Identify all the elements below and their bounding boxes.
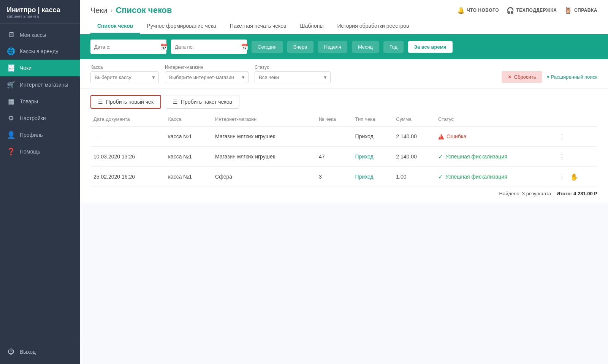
sidebar-item-goods[interactable]: ▦ Товары xyxy=(0,93,80,110)
period-all-button[interactable]: За все время xyxy=(408,41,453,53)
advanced-label: Расширенный поиск xyxy=(551,74,597,80)
profile-icon: 👤 xyxy=(7,131,15,139)
cell-date: 25.02.2020 16:26 xyxy=(90,167,165,187)
shop-filter-label: Интернет-магазин xyxy=(165,65,249,70)
date-to-input[interactable] xyxy=(175,44,239,50)
row-menu-button[interactable]: ⋮ xyxy=(556,152,568,162)
sidebar-item-shops[interactable]: 🛒 Интернет-магазины xyxy=(0,76,80,93)
row-menu-button[interactable]: ⋮ xyxy=(556,132,568,142)
status-select[interactable]: Все чеки xyxy=(255,71,331,83)
cell-kassa: касса №1 xyxy=(165,126,212,147)
cell-shop: Сфера xyxy=(212,167,316,187)
cell-number: — xyxy=(316,126,352,147)
sidebar-item-label: Чеки xyxy=(20,65,32,71)
new-check-button[interactable]: ☰ Пробить новый чек xyxy=(90,95,161,109)
period-yesterday-button[interactable]: Вчера xyxy=(287,41,314,53)
breadcrumb: Чеки › Список чеков xyxy=(90,5,172,15)
news-link[interactable]: 🔔 ЧТО НОВОГО xyxy=(457,7,499,14)
table-row: — касса №1 Магазин мягких игрушек — Прих… xyxy=(90,126,597,147)
cell-sum: 2 140.00 xyxy=(393,147,435,167)
cell-actions: ⋮ xyxy=(553,127,597,146)
date-from-wrap: 📅 xyxy=(90,40,166,54)
reset-x-icon: ✕ xyxy=(508,74,512,80)
checkmark-icon: ✓ xyxy=(438,173,443,180)
sidebar-item-label: Профиль xyxy=(20,132,43,138)
sidebar-item-label: Настройки xyxy=(20,115,46,121)
cell-actions: ⋮ ✋ xyxy=(553,167,597,187)
news-label: ЧТО НОВОГО xyxy=(467,8,499,13)
help-link[interactable]: 🦉 СПРАВКА xyxy=(564,7,597,14)
cell-kassa: касса №1 xyxy=(165,167,212,187)
breadcrumb-parent: Чеки xyxy=(90,6,107,15)
tab-manual[interactable]: Ручное формирование чека xyxy=(140,19,223,34)
col-date: Дата документа xyxy=(90,112,165,126)
sidebar-item-label: Интернет-магазины xyxy=(20,82,68,88)
row-menu-button[interactable]: ⋮ xyxy=(556,172,568,182)
kassa-select[interactable]: Выберите кассу xyxy=(90,71,159,83)
settings-icon: ⚙ xyxy=(7,114,15,122)
sidebar-item-label: Товары xyxy=(20,98,38,104)
cell-status: ✓ Успешная фискализация xyxy=(435,167,553,187)
packet-check-label: Пробить пакет чеков xyxy=(181,99,232,105)
sidebar-item-profile[interactable]: 👤 Профиль xyxy=(0,127,80,143)
sidebar-item-kassas[interactable]: 🖥 Мои кассы xyxy=(0,27,80,43)
total-text: Итого: 4 281.00 Р xyxy=(557,191,598,196)
date-from-input[interactable] xyxy=(94,44,158,50)
topbar-header: Чеки › Список чеков 🔔 ЧТО НОВОГО 🎧 ТЕХПО… xyxy=(90,5,597,15)
kassa-filter-group: Касса Выберите кассу ▼ xyxy=(90,65,159,83)
kassa-select-wrap: Выберите кассу ▼ xyxy=(90,71,159,83)
advanced-search-button[interactable]: ▾ Расширенный поиск xyxy=(547,74,597,80)
cell-sum: 1.00 xyxy=(393,167,435,187)
tab-history[interactable]: История обработки реестров xyxy=(330,19,416,34)
breadcrumb-arrow: › xyxy=(110,6,112,14)
table-footer: Найдено: 3 результата Итого: 4 281.00 Р xyxy=(80,187,608,203)
table-row: 10.03.2020 13:26 касса №1 Магазин мягких… xyxy=(90,147,597,167)
checks-table: Дата документа Касса Интернет-магазин № … xyxy=(90,112,597,187)
cell-date: 10.03.2020 13:26 xyxy=(90,147,165,167)
calendar-from-icon[interactable]: 📅 xyxy=(160,43,168,51)
cell-type[interactable]: Приход xyxy=(352,147,393,167)
cell-status: ✓ Успешная фискализация xyxy=(435,147,553,167)
table-row: 25.02.2020 16:26 касса №1 Сфера 3 Приход… xyxy=(90,167,597,187)
sidebar-item-checks[interactable]: 🧾 Чеки xyxy=(0,60,80,76)
sidebar-item-settings[interactable]: ⚙ Настройки xyxy=(0,110,80,127)
sidebar-item-rent[interactable]: 🌐 Кассы в аренду xyxy=(0,43,80,60)
cell-sum: 2 140.00 xyxy=(393,126,435,147)
period-week-button[interactable]: Неделя xyxy=(318,41,347,53)
tab-batch[interactable]: Пакетная печать чеков xyxy=(223,19,293,34)
packet-check-button[interactable]: ☰ Пробить пакет чеков xyxy=(166,95,239,109)
col-sum: Сумма xyxy=(393,112,435,126)
filter-row2: Касса Выберите кассу ▼ Интернет-магазин … xyxy=(80,59,608,89)
tab-templates[interactable]: Шаблоны xyxy=(293,19,331,34)
filter-bar: 📅 📅 Сегодня Вчера Неделя Месяц Год За вс… xyxy=(80,34,608,59)
new-check-label: Пробить новый чек xyxy=(106,99,154,105)
goods-icon: ▦ xyxy=(7,97,15,106)
type-text: Приход xyxy=(355,133,374,139)
period-today-button[interactable]: Сегодня xyxy=(252,41,283,53)
tab-list[interactable]: Список чеков xyxy=(90,19,140,34)
logout-button[interactable]: ⏻ Выход xyxy=(7,345,73,359)
support-link[interactable]: 🎧 ТЕХПОДДЕРЖКА xyxy=(507,7,557,14)
support-icon: 🎧 xyxy=(507,7,515,14)
topbar-actions: 🔔 ЧТО НОВОГО 🎧 ТЕХПОДДЕРЖКА 🦉 СПРАВКА xyxy=(457,7,597,14)
cell-status: ! Ошибка xyxy=(435,126,553,147)
col-number: № чека xyxy=(316,112,352,126)
col-type: Тип чека xyxy=(352,112,393,126)
main-content: Чеки › Список чеков 🔔 ЧТО НОВОГО 🎧 ТЕХПО… xyxy=(80,0,608,364)
sidebar-item-label: Помощь xyxy=(20,149,40,155)
table-header-row: Дата документа Касса Интернет-магазин № … xyxy=(90,112,597,126)
type-link[interactable]: Приход xyxy=(355,174,374,180)
period-month-button[interactable]: Месяц xyxy=(352,41,379,53)
cell-date: — xyxy=(90,126,165,147)
period-year-button[interactable]: Год xyxy=(383,41,404,53)
content-area: 📅 📅 Сегодня Вчера Неделя Месяц Год За вс… xyxy=(80,34,608,364)
cell-type[interactable]: Приход xyxy=(352,167,393,187)
reset-button[interactable]: ✕ Сбросить xyxy=(502,71,542,83)
sidebar-item-help[interactable]: ❓ Помощь xyxy=(0,143,80,160)
calendar-to-icon[interactable]: 📅 xyxy=(241,43,249,51)
shop-select[interactable]: Выберите интернет-магазин xyxy=(165,71,249,83)
news-icon: 🔔 xyxy=(457,7,465,14)
type-link[interactable]: Приход xyxy=(355,154,374,160)
logout-label: Выход xyxy=(20,349,36,355)
action-bar: ☰ Пробить новый чек ☰ Пробить пакет чеко… xyxy=(80,89,608,112)
